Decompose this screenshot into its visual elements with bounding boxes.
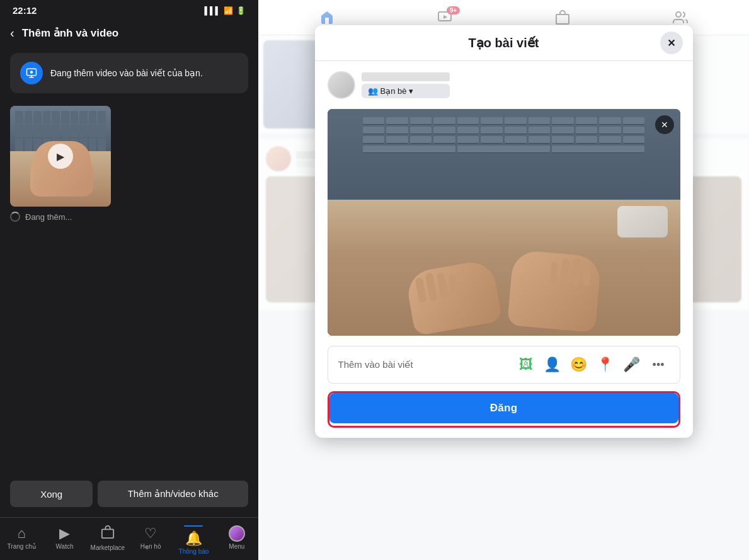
desk-surface <box>328 200 680 336</box>
nav-item-menu[interactable]: Menu <box>215 523 258 557</box>
keyboard-visual <box>328 109 680 211</box>
hands-area <box>380 254 627 329</box>
add-to-post-bar: Thêm vào bài viết 🖼 👤 😊 📍 🎤 ••• <box>328 346 680 384</box>
signal-icon: ▌▌▌ <box>204 6 220 15</box>
status-icons: ▌▌▌ 📶 🔋 <box>204 6 246 15</box>
privacy-label: Bạn bè <box>380 86 407 96</box>
marketplace-icon <box>101 525 115 543</box>
cancel-button[interactable]: Xong <box>10 481 93 507</box>
video-remove-button[interactable]: ✕ <box>655 115 674 134</box>
right-panel: 9+ <box>258 0 749 560</box>
left-hand <box>404 259 502 336</box>
menu-label: Menu <box>229 543 244 550</box>
nav-item-notifications[interactable]: 🔔 Thông báo <box>172 523 215 557</box>
mask-item <box>617 206 668 237</box>
user-avatar-nav <box>229 525 245 542</box>
nav-item-dating[interactable]: ♡ Hẹn hò <box>129 523 172 557</box>
action-buttons: Xong Thêm ảnh/video khác <box>10 471 248 507</box>
add-emoji-button[interactable]: 😊 <box>568 354 590 375</box>
post-button-wrapper: Đăng <box>328 391 680 428</box>
chevron-down-icon: ▾ <box>409 86 413 96</box>
upload-progress: Đang thêm... <box>10 212 248 222</box>
video-preview-container: ✕ <box>328 109 680 336</box>
add-audio-button[interactable]: 🎤 <box>621 354 643 375</box>
left-panel: 22:12 ▌▌▌ 📶 🔋 ‹ Thêm ảnh và video Đang t… <box>0 0 258 560</box>
svg-point-1 <box>30 71 33 74</box>
time-display: 22:12 <box>13 5 37 16</box>
upload-banner: Đang thêm video vào bài viết của bạn. <box>10 53 248 93</box>
friends-icon: 👥 <box>368 86 378 96</box>
watch-label: Watch <box>56 543 74 550</box>
battery-icon: 🔋 <box>236 6 246 15</box>
screen-title: Thêm ảnh và video <box>22 26 119 40</box>
right-hand <box>507 249 602 333</box>
active-indicator <box>184 525 203 527</box>
more-options-button[interactable]: ••• <box>648 356 670 374</box>
marketplace-label: Marketplace <box>91 544 125 551</box>
video-visual <box>328 109 680 336</box>
create-post-modal: Tạo bài viết ✕ 👥 Bạn bè ▾ <box>315 25 693 438</box>
svg-rect-2 <box>102 529 113 538</box>
nav-item-watch[interactable]: ▶ Watch <box>43 523 86 557</box>
video-thumbnail[interactable]: ▶ <box>10 106 111 207</box>
user-row: 👥 Bạn bè ▾ <box>328 71 680 99</box>
nav-item-marketplace[interactable]: Marketplace <box>86 523 129 557</box>
tag-friends-button[interactable]: 👤 <box>542 354 563 375</box>
progress-text: Đang thêm... <box>25 212 72 222</box>
author-name <box>362 72 450 81</box>
nav-item-home[interactable]: ⌂ Trang chủ <box>0 523 43 557</box>
modal-body: 👥 Bạn bè ▾ <box>315 61 693 438</box>
video-thumbnail-area: ▶ Đang thêm... <box>10 106 248 222</box>
modal-title: Tạo bài viết <box>469 35 539 50</box>
upload-icon <box>20 62 43 84</box>
post-author-info: 👥 Bạn bè ▾ <box>362 72 450 98</box>
dating-label: Hẹn hò <box>140 543 161 550</box>
modal-close-button[interactable]: ✕ <box>660 31 683 54</box>
notifications-icon: 🔔 <box>185 530 202 547</box>
add-photo-button[interactable]: 🖼 <box>515 354 537 375</box>
notifications-label: Thông báo <box>179 548 209 555</box>
top-bar: ‹ Thêm ảnh và video <box>0 21 258 45</box>
wifi-icon: 📶 <box>224 6 233 15</box>
add-more-button[interactable]: Thêm ảnh/video khác <box>98 481 248 507</box>
submit-post-button[interactable]: Đăng <box>329 393 678 423</box>
modal-header: Tạo bài viết ✕ <box>315 25 693 61</box>
upload-status-text: Đang thêm video vào bài viết của bạn. <box>50 68 203 78</box>
video-preview-image <box>328 109 680 336</box>
progress-spinner <box>10 212 20 222</box>
keyboard-keys <box>363 117 645 153</box>
post-action-icons: 🖼 👤 😊 📍 🎤 ••• <box>515 354 670 375</box>
post-author-avatar <box>328 71 355 99</box>
add-to-post-label: Thêm vào bài viết <box>338 359 508 370</box>
bottom-navigation: ⌂ Trang chủ ▶ Watch Marketplace ♡ Hẹn hò… <box>0 517 258 560</box>
privacy-selector[interactable]: 👥 Bạn bè ▾ <box>362 84 450 98</box>
home-icon: ⌂ <box>18 525 26 542</box>
back-button[interactable]: ‹ <box>10 26 14 40</box>
home-label: Trang chủ <box>8 543 36 550</box>
heart-icon: ♡ <box>144 525 157 542</box>
add-location-button[interactable]: 📍 <box>595 354 616 375</box>
modal-overlay: Tạo bài viết ✕ 👥 Bạn bè ▾ <box>258 0 749 560</box>
status-bar: 22:12 ▌▌▌ 📶 🔋 <box>0 0 258 21</box>
watch-icon: ▶ <box>59 525 70 542</box>
play-button[interactable]: ▶ <box>48 144 73 169</box>
